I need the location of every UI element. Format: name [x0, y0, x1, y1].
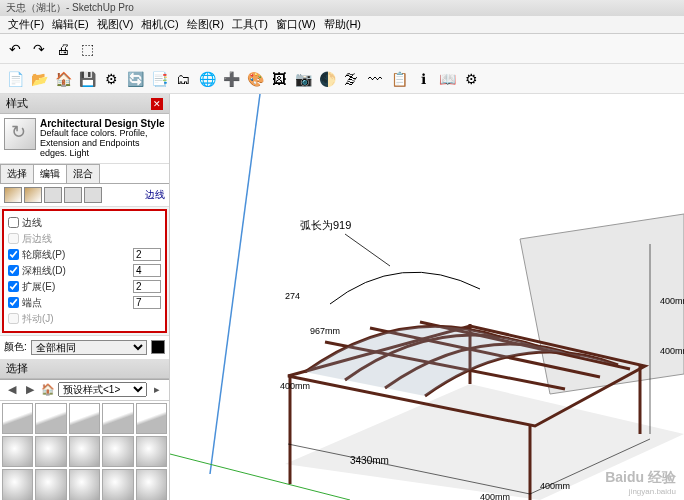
dim-274: 274 [285, 291, 300, 301]
endpoints-checkbox[interactable] [8, 297, 19, 308]
style-thumb[interactable] [102, 469, 133, 500]
instructor-icon[interactable]: 📖 [436, 68, 458, 90]
preset-select[interactable]: 预设样式<1> [58, 382, 147, 397]
outliner-icon[interactable]: 📋 [388, 68, 410, 90]
menu-file[interactable]: 文件(F) [4, 17, 48, 32]
save-icon[interactable]: 💾 [76, 68, 98, 90]
scenes-icon[interactable]: 📷 [292, 68, 314, 90]
materials-icon[interactable]: 🎨 [244, 68, 266, 90]
model-icon[interactable]: ⬚ [76, 38, 98, 60]
edit-mode-row: 边线 [0, 184, 169, 207]
backedges-checkbox [8, 233, 19, 244]
menu-view[interactable]: 视图(V) [93, 17, 138, 32]
tab-select[interactable]: 选择 [0, 164, 34, 183]
style-thumb[interactable] [69, 436, 100, 467]
style-thumb[interactable] [35, 469, 66, 500]
style-tabs: 选择 编辑 混合 [0, 164, 169, 184]
style-thumb[interactable] [2, 403, 33, 434]
tab-mix[interactable]: 混合 [66, 164, 100, 183]
style-thumb[interactable] [136, 469, 167, 500]
toolbar-1: ↶ ↷ 🖨 ⬚ [0, 34, 684, 64]
extend-icon[interactable]: ➕ [220, 68, 242, 90]
style-thumb[interactable] [69, 469, 100, 500]
mode-label: 边线 [145, 188, 165, 202]
style-thumb[interactable] [102, 403, 133, 434]
style-thumb[interactable] [35, 403, 66, 434]
edge-color-select[interactable]: 全部相同 [31, 340, 147, 355]
dim-400b: 400mm [480, 492, 510, 500]
styles-icon[interactable]: 🖼 [268, 68, 290, 90]
back-icon[interactable]: ◀ [4, 382, 20, 398]
redo-icon[interactable]: ↷ [28, 38, 50, 60]
forward-icon[interactable]: ▶ [22, 382, 38, 398]
refresh-icon[interactable]: 🔄 [124, 68, 146, 90]
svg-line-9 [345, 234, 390, 266]
edge-color-row: 颜色: 全部相同 [0, 335, 169, 359]
style-thumb[interactable] [35, 436, 66, 467]
svg-line-0 [210, 94, 260, 474]
ext-checkbox[interactable] [8, 281, 19, 292]
open-icon[interactable]: 📂 [28, 68, 50, 90]
3d-viewport[interactable]: 弧长为919 274 967mm 400mm 3430mm 400mm 400m… [170, 94, 684, 500]
depth-checkbox[interactable] [8, 265, 19, 276]
style-thumb[interactable] [136, 403, 167, 434]
soften-icon[interactable]: 〰 [364, 68, 386, 90]
select-panel-title: 选择 [0, 359, 169, 379]
style-thumb[interactable] [2, 469, 33, 500]
menu-edit[interactable]: 编辑(E) [48, 17, 93, 32]
detail-icon[interactable]: ▸ [149, 382, 165, 398]
style-thumb[interactable] [102, 436, 133, 467]
home-icon[interactable]: 🏠 [52, 68, 74, 90]
edge-mode-icon[interactable] [4, 187, 22, 203]
modeling-mode-icon[interactable] [84, 187, 102, 203]
preferences-icon[interactable]: ⚙ [460, 68, 482, 90]
menu-help[interactable]: 帮助(H) [320, 17, 365, 32]
bg-mode-icon[interactable] [44, 187, 62, 203]
style-thumbnails [0, 401, 169, 500]
menu-camera[interactable]: 相机(C) [137, 17, 182, 32]
face-mode-icon[interactable] [24, 187, 42, 203]
styles-sidebar: 样式 ✕ Architectural Design Style Default … [0, 94, 170, 500]
profiles-value[interactable] [133, 248, 161, 261]
profiles-checkbox[interactable] [8, 249, 19, 260]
style-desc: Default face colors. Profile, Extension … [40, 129, 165, 159]
components-icon[interactable]: 🗂 [172, 68, 194, 90]
fog-icon[interactable]: 🌫 [340, 68, 362, 90]
close-icon[interactable]: ✕ [151, 98, 163, 110]
edges-checkbox[interactable] [8, 217, 19, 228]
styles-panel-title: 样式 ✕ [0, 94, 169, 114]
style-thumbnail[interactable] [4, 118, 36, 150]
watermark-mode-icon[interactable] [64, 187, 82, 203]
print-icon[interactable]: 🖨 [52, 38, 74, 60]
tab-edit[interactable]: 编辑 [33, 164, 67, 183]
undo-icon[interactable]: ↶ [4, 38, 26, 60]
toolbar-2: 📄 📂 🏠 💾 ⚙ 🔄 📑 🗂 🌐 ➕ 🎨 🖼 📷 🌓 🌫 〰 📋 ℹ 📖 ⚙ [0, 64, 684, 94]
edge-settings-highlight: 边线 后边线 轮廓线(P) 深粗线(D) 扩展(E) 端点 抖动(J) [2, 209, 167, 333]
home-nav-icon[interactable]: 🏠 [40, 382, 56, 398]
settings-icon[interactable]: ⚙ [100, 68, 122, 90]
dim-967: 967mm [310, 326, 340, 336]
depth-value[interactable] [133, 264, 161, 277]
ext-value[interactable] [133, 280, 161, 293]
shadows-icon[interactable]: 🌓 [316, 68, 338, 90]
menu-draw[interactable]: 绘图(R) [183, 17, 228, 32]
style-thumb[interactable] [2, 436, 33, 467]
menu-window[interactable]: 窗口(W) [272, 17, 320, 32]
menu-tools[interactable]: 工具(T) [228, 17, 272, 32]
app-title: 天忠（湖北）- SketchUp Pro [6, 1, 134, 15]
style-thumb[interactable] [69, 403, 100, 434]
endpoints-value[interactable] [133, 296, 161, 309]
new-icon[interactable]: 📄 [4, 68, 26, 90]
watermark: Baidu 经验 jingyan.baidu [605, 469, 676, 496]
titlebar: 天忠（湖北）- SketchUp Pro [0, 0, 684, 16]
warehouse-icon[interactable]: 🌐 [196, 68, 218, 90]
color-swatch[interactable] [151, 340, 165, 354]
dim-400d: 400mm [660, 346, 684, 356]
entity-icon[interactable]: ℹ [412, 68, 434, 90]
dim-400a: 400mm [280, 381, 310, 391]
menubar: 文件(F) 编辑(E) 视图(V) 相机(C) 绘图(R) 工具(T) 窗口(W… [0, 16, 684, 34]
style-thumb[interactable] [136, 436, 167, 467]
jitter-checkbox [8, 313, 19, 324]
dim-3430: 3430mm [350, 455, 389, 466]
layers-icon[interactable]: 📑 [148, 68, 170, 90]
